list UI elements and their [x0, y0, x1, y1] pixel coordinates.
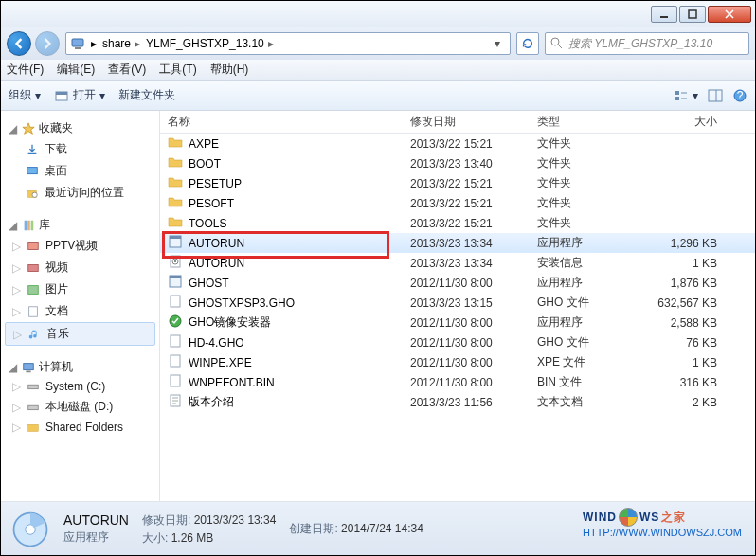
tree-favorites[interactable]: ◢收藏夹 — [5, 118, 155, 138]
file-name: TOOLS — [189, 217, 226, 230]
file-size: 632,567 KB — [634, 296, 729, 310]
file-icon — [168, 254, 183, 272]
column-size[interactable]: 大小 — [634, 114, 729, 130]
breadcrumb-seg[interactable]: share▸ — [102, 37, 140, 50]
file-row[interactable]: AUTORUN2013/3/23 13:34应用程序1,296 KB — [160, 233, 755, 253]
file-row[interactable]: GHO镜像安装器2012/11/30 8:00应用程序2,588 KB — [160, 313, 755, 332]
view-options-button[interactable]: ▾ — [674, 88, 698, 103]
globe-icon — [619, 508, 638, 527]
file-date: 2012/11/30 8:00 — [403, 356, 530, 369]
computer-icon — [70, 36, 85, 51]
drive-icon — [27, 380, 40, 393]
nav-forward-button[interactable] — [35, 31, 60, 56]
file-size: 1 KB — [634, 257, 729, 270]
column-date[interactable]: 修改日期 — [403, 114, 530, 130]
file-date: 2013/3/23 11:56 — [403, 396, 530, 409]
file-type: BIN 文件 — [530, 374, 634, 390]
close-button[interactable] — [708, 6, 751, 23]
chevron-down-icon: ▾ — [693, 89, 698, 102]
file-size: 1 KB — [634, 356, 729, 369]
drive-icon — [27, 401, 40, 414]
svg-rect-14 — [709, 90, 722, 101]
expand-icon: ▷ — [12, 283, 21, 296]
svg-rect-25 — [28, 264, 39, 271]
file-icon — [168, 135, 183, 152]
open-button[interactable]: 打开 ▾ — [54, 87, 105, 103]
file-row[interactable]: WINPE.XPE2012/11/30 8:00XPE 文件1 KB — [160, 352, 755, 372]
file-name: WINPE.XPE — [189, 356, 252, 369]
file-type: 文件夹 — [530, 215, 634, 231]
file-name: AUTORUN — [189, 257, 244, 270]
file-name: PESETUP — [189, 177, 242, 190]
column-name[interactable]: 名称 — [160, 114, 403, 130]
help-button[interactable]: ? — [732, 88, 747, 103]
minimize-button[interactable] — [651, 6, 677, 23]
svg-rect-34 — [170, 236, 181, 239]
svg-rect-44 — [171, 375, 180, 386]
file-row[interactable]: AXPE2013/3/22 15:21文件夹 — [160, 134, 755, 153]
tree-libraries[interactable]: ◢库 — [5, 215, 155, 235]
search-icon — [549, 36, 565, 51]
search-input[interactable]: 搜索 YLMF_GHSTXP_13.10 — [545, 32, 749, 55]
tree-item-desktop[interactable]: 桌面 — [5, 160, 155, 182]
file-row[interactable]: GHOST2012/11/30 8:00应用程序1,876 KB — [160, 273, 755, 293]
menu-tools[interactable]: 工具(T) — [159, 62, 196, 78]
tree-item-music[interactable]: ▷音乐 — [5, 322, 155, 346]
expand-icon: ▷ — [12, 240, 21, 253]
tree-item-documents[interactable]: ▷文档 — [5, 300, 155, 322]
svg-rect-5 — [75, 47, 81, 49]
tree-item-pictures[interactable]: ▷图片 — [5, 278, 155, 300]
file-row[interactable]: PESETUP2013/3/22 15:21文件夹 — [160, 173, 755, 193]
tree-item-drive-d[interactable]: ▷本地磁盘 (D:) — [5, 396, 155, 418]
chevron-down-icon: ▾ — [99, 89, 105, 102]
file-row[interactable]: PESOFT2013/3/22 15:21文件夹 — [160, 193, 755, 213]
file-list: AXPE2013/3/22 15:21文件夹BOOT2013/3/23 13:4… — [160, 134, 755, 501]
breadcrumb-seg[interactable]: YLMF_GHSTXP_13.10▸ — [146, 37, 274, 50]
tree-item-drive-c[interactable]: ▷System (C:) — [5, 377, 155, 396]
menu-edit[interactable]: 编辑(E) — [57, 62, 95, 78]
refresh-button[interactable] — [516, 32, 539, 55]
file-name: PESOFT — [189, 197, 234, 210]
tree-item-recent[interactable]: 最近访问的位置 — [5, 182, 155, 204]
svg-text:?: ? — [737, 89, 744, 102]
tree-item-downloads[interactable]: 下载 — [5, 138, 155, 160]
file-row[interactable]: BOOT2013/3/23 13:40文件夹 — [160, 153, 755, 173]
file-icon — [168, 353, 183, 371]
file-row[interactable]: AUTORUN2013/3/23 13:34安装信息1 KB — [160, 253, 755, 273]
menu-help[interactable]: 帮助(H) — [210, 62, 249, 78]
preview-pane-button[interactable] — [708, 88, 723, 103]
chevron-down-icon: ▾ — [35, 89, 41, 102]
file-icon — [168, 333, 183, 351]
tree-item-shared-folders[interactable]: ▷Shared Folders — [5, 418, 155, 437]
organize-button[interactable]: 组织 ▾ — [9, 87, 41, 103]
breadcrumb-dropdown-icon[interactable]: ▾ — [489, 35, 506, 52]
file-row[interactable]: GHOSTXPSP3.GHO2013/3/23 13:15GHO 文件632,5… — [160, 293, 755, 313]
tree-item-videos[interactable]: ▷视频 — [5, 257, 155, 278]
collapse-icon: ◢ — [9, 219, 18, 232]
file-row[interactable]: 版本介绍2013/3/23 11:56文本文档2 KB — [160, 392, 755, 412]
breadcrumb-bar[interactable]: ▸ share▸ YLMF_GHSTXP_13.10▸ ▾ — [65, 32, 511, 55]
svg-rect-22 — [27, 220, 30, 230]
nav-back-button[interactable] — [7, 31, 31, 56]
menu-view[interactable]: 查看(V) — [108, 62, 146, 78]
file-name: 版本介绍 — [189, 394, 234, 410]
column-type[interactable]: 类型 — [530, 114, 634, 130]
tree-computer[interactable]: ◢计算机 — [5, 357, 155, 377]
details-size: 大小: 1.26 MB — [142, 530, 276, 547]
tree-item-pptv[interactable]: ▷PPTV视频 — [5, 235, 155, 257]
file-name: GHO镜像安装器 — [189, 314, 271, 331]
document-icon — [27, 305, 40, 318]
menu-file[interactable]: 文件(F) — [7, 62, 44, 78]
file-type: 应用程序 — [530, 275, 634, 291]
file-icon — [168, 274, 183, 292]
file-icon — [168, 294, 183, 312]
file-row[interactable]: HD-4.GHO2012/11/30 8:00GHO 文件76 KB — [160, 332, 755, 352]
file-type: GHO 文件 — [530, 334, 634, 350]
file-type: 应用程序 — [530, 314, 634, 331]
file-row[interactable]: WNPEFONT.BIN2012/11/30 8:00BIN 文件316 KB — [160, 372, 755, 392]
file-name: GHOST — [189, 277, 229, 290]
file-row[interactable]: TOOLS2013/3/22 15:21文件夹 — [160, 213, 755, 233]
file-size: 2,588 KB — [634, 316, 729, 330]
maximize-button[interactable] — [679, 6, 706, 23]
new-folder-button[interactable]: 新建文件夹 — [118, 87, 175, 103]
